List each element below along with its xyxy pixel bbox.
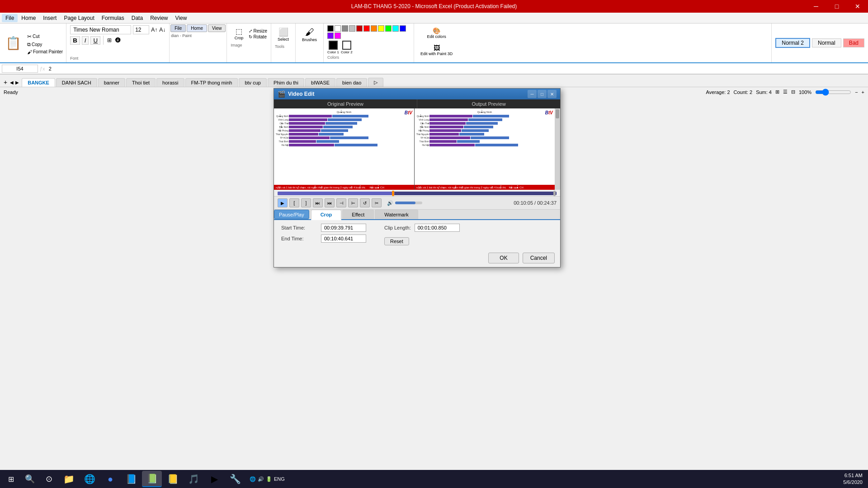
sheet-tab-thoi-tiet[interactable]: Thoi tiet [126,78,156,87]
fill-color-button[interactable]: 🅐 [114,36,122,44]
menu-data[interactable]: Data [128,14,146,22]
color-swatch-blue[interactable] [400,25,406,32]
color-swatch-white[interactable] [335,25,341,32]
mark-end-button[interactable]: ⊢ [348,198,358,207]
font-name-input[interactable] [70,25,131,34]
color1-swatch[interactable] [329,41,338,50]
paint-file-tab[interactable]: File [170,24,186,32]
taskbar-chrome[interactable]: ● [100,471,120,487]
color-swatch-red[interactable] [363,25,370,32]
sheet-tab-fm-tp[interactable]: FM-TP thong minh [185,78,238,87]
brushes-button[interactable]: 🖌 Brushes [299,25,320,44]
menu-home[interactable]: Home [18,14,39,22]
color-swatch-silver[interactable] [349,25,355,32]
volume-slider-track[interactable] [395,202,422,204]
crop-button[interactable]: ⬚ Crop [231,25,247,42]
taskbar-excel[interactable]: 📗 [142,471,162,487]
edit-colors-button[interactable]: 🎨 Edit colors [418,25,455,41]
clip-length-input[interactable] [415,224,460,232]
scroll-thumb[interactable] [556,109,559,118]
cancel-button[interactable]: Cancel [523,253,555,263]
search-button[interactable]: 🔍 [21,471,39,487]
paint-home-tab[interactable]: Home [187,24,207,32]
menu-review[interactable]: Review [146,14,171,22]
copy-button[interactable]: ⧉ Copy [26,41,64,48]
add-sheet-button[interactable]: + [2,78,9,87]
sheet-view-break-icon[interactable]: ⊟ [791,89,795,95]
sheet-view-layout-icon[interactable]: ☰ [783,89,788,95]
menu-formulas[interactable]: Formulas [98,14,128,22]
color2-swatch[interactable] [342,41,351,50]
dialog-tab-crop[interactable]: Crop [311,210,342,220]
dialog-right-scrollbar[interactable] [555,108,560,190]
play-button[interactable]: ▶ [278,198,288,207]
mark-start-button[interactable]: ⊣ [336,198,346,207]
prev-button[interactable]: ⏮ [325,198,335,207]
trim-button[interactable]: ✂ [372,198,382,207]
end-time-input[interactable] [321,235,366,243]
underline-button[interactable]: U [90,36,100,45]
timeline-track[interactable] [278,192,557,195]
sheet-tab-biwase[interactable]: bIWASE [305,78,335,87]
menu-view[interactable]: View [172,14,191,22]
menu-insert[interactable]: Insert [39,14,60,22]
zoom-slider[interactable] [815,89,851,96]
color-swatch-magenta[interactable] [335,33,341,39]
taskbar-video-player[interactable]: ▶ [204,471,224,487]
format-painter-button[interactable]: 🖌 Format Painter [26,49,64,55]
task-view-button[interactable]: ⊙ [40,471,58,487]
taskbar-notepad[interactable]: 📒 [163,471,183,487]
sheet-tab-danh-sach[interactable]: DANH SACH [56,78,97,87]
borders-button[interactable]: ⊞ [106,36,113,44]
zoom-out-button[interactable]: − [855,89,858,95]
dialog-minimize-button[interactable]: ─ [528,90,537,98]
taskbar-edge[interactable]: 🌐 [80,471,99,487]
sheet-tab-horassi[interactable]: horassi [156,78,184,87]
italic-button[interactable]: I [82,36,89,45]
taskbar-clock[interactable]: 6:51 AM 5/6/2020 [843,472,866,486]
start-button[interactable]: ⊞ [2,471,20,487]
start-time-input[interactable] [321,224,366,232]
name-box[interactable] [2,65,38,73]
rotate-button[interactable]: ↻ Rotate [249,34,267,39]
close-button[interactable]: ✕ [847,0,868,13]
menu-file[interactable]: File [2,14,18,22]
color-swatch-green[interactable] [385,25,392,32]
network-icon[interactable]: 🌐 [250,476,256,482]
color-swatch-black[interactable] [327,25,334,32]
reset-button[interactable]: Reset [384,237,409,245]
color-swatch-yellow[interactable] [378,25,384,32]
select-button[interactable]: ⬜ Select [275,25,292,43]
bad-style-box[interactable]: Bad [843,38,864,47]
minimize-button[interactable]: ─ [806,0,826,13]
font-grow-button[interactable]: A↑ [151,27,157,33]
sheet-tab-bangke[interactable]: BANGKE [22,78,55,87]
font-shrink-button[interactable]: A↓ [159,27,165,33]
taskbar-media[interactable]: 🎵 [184,471,203,487]
cut-button[interactable]: ✂ Cut [26,33,64,40]
sheet-tab-phim-du-thi[interactable]: Phim du thi [268,78,304,87]
sheet-view-normal-icon[interactable]: ⊞ [775,89,779,95]
timeline-end-handle[interactable] [553,191,556,196]
taskbar-tool[interactable]: 🔧 [225,471,245,487]
sheet-tab-btv-cup[interactable]: btv cup [239,78,266,87]
sound-icon[interactable]: 🔊 [258,476,264,482]
video-edit-dialog[interactable]: 🎬 Video Edit ─ □ ✕ Original Preview Outp… [274,88,561,267]
pause-play-tab-button[interactable]: Pause/Play [274,210,309,219]
dialog-tab-watermark[interactable]: Watermark [375,210,418,219]
dialog-tab-effect[interactable]: Effect [342,210,374,219]
normal-style-box[interactable]: Normal [812,38,841,47]
zoom-in-button[interactable]: + [862,89,864,95]
edit-paint3d-button[interactable]: 🖼 Edit with Paint 3D [418,42,455,58]
sheet-tab-bien-dao[interactable]: bien dao [336,78,367,87]
paint-view-tab[interactable]: View [208,24,226,32]
font-size-input[interactable] [133,25,149,34]
color-swatch-orange[interactable] [371,25,377,32]
color-swatch-purple[interactable] [327,33,334,39]
sheet-tab-extra[interactable]: ▷ [368,78,383,87]
paste-button[interactable]: 📋 [2,34,25,52]
sheet-tab-banner[interactable]: banner [98,78,125,87]
language-indicator[interactable]: ENG [274,476,285,482]
loop-button[interactable]: ↺ [360,198,370,207]
dialog-close-button[interactable]: ✕ [547,90,557,98]
